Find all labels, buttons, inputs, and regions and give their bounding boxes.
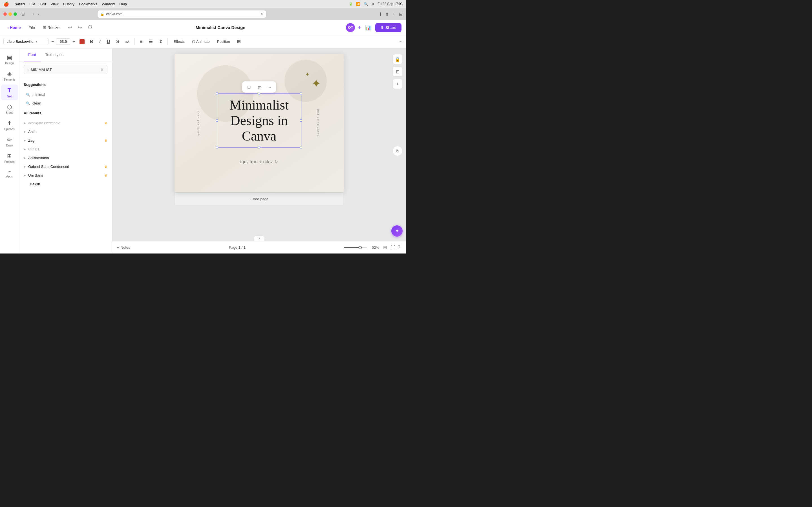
search-back-icon[interactable]: ‹ (28, 68, 29, 72)
align-left-button[interactable]: ≡ (138, 38, 145, 45)
url-text: canva.com (106, 12, 122, 16)
font-item-code[interactable]: ▶ CODE (19, 145, 112, 154)
font-item-balgin[interactable]: Balgin (19, 180, 112, 188)
search-input[interactable] (31, 68, 98, 72)
strikethrough-button[interactable]: S (114, 38, 121, 45)
handle-bottom-right[interactable] (300, 146, 302, 148)
tab-text-styles[interactable]: Text styles (41, 48, 68, 61)
share-icon[interactable]: ⬆ (385, 11, 389, 17)
font-selector[interactable]: Libre Baskerville ▼ (3, 38, 49, 45)
effects-button[interactable]: Effects (170, 38, 188, 45)
add-page-bar[interactable]: + Add page (174, 193, 344, 205)
font-size-input[interactable] (56, 38, 70, 45)
font-item-gabriel-sans[interactable]: ▶ Gabriel Sans Condensed ♛ (19, 162, 112, 171)
analytics-button[interactable]: 📊 (364, 23, 372, 32)
zoom-slider-thumb[interactable] (358, 246, 362, 249)
position-button[interactable]: Position (214, 38, 233, 45)
search-icon[interactable]: 🔍 (364, 2, 368, 6)
canvas-refresh-button[interactable]: ↻ (393, 146, 403, 156)
duplicate-canvas-button[interactable]: ⊡ (393, 66, 403, 76)
help-button[interactable]: ? (396, 243, 402, 251)
font-item-antic[interactable]: ▶ Antic (19, 127, 112, 136)
sidebar-item-text[interactable]: T Text (1, 84, 18, 100)
file-button[interactable]: File (26, 24, 38, 32)
more-options-button[interactable]: ··· (398, 39, 403, 45)
sidebar-item-projects[interactable]: ⊞ Projects (1, 151, 18, 166)
copy-style-button[interactable]: ⊡ (245, 82, 253, 92)
maximize-button[interactable] (13, 12, 17, 16)
bold-button[interactable]: B (88, 38, 96, 45)
forward-button[interactable]: › (36, 10, 40, 18)
italic-button[interactable]: I (97, 38, 103, 45)
decrease-size-button[interactable]: − (50, 38, 55, 45)
menu-help[interactable]: Help (119, 2, 127, 6)
handle-bottom-left[interactable] (216, 146, 218, 148)
collapse-handle[interactable]: ∧ (253, 235, 265, 241)
control-center-icon[interactable]: ⊕ (371, 2, 374, 6)
reload-icon[interactable]: ↻ (260, 12, 263, 16)
user-avatar[interactable]: OT (346, 23, 355, 32)
back-button[interactable]: ‹ (32, 10, 35, 18)
handle-mid-right[interactable] (300, 119, 302, 121)
notes-button[interactable]: ≡ Notes (117, 245, 130, 249)
minimize-button[interactable] (8, 12, 12, 16)
download-icon[interactable]: ⬇ (378, 11, 382, 17)
font-item-archetype[interactable]: ▶ architype tschichold ♛ (19, 119, 112, 127)
sidebar-item-elements[interactable]: ◈ Elements (1, 68, 18, 83)
font-item-zag[interactable]: ▶ Zag ♛ (19, 136, 112, 145)
share-button[interactable]: ⬆ Share (375, 23, 402, 32)
menu-bookmarks[interactable]: Bookmarks (79, 2, 97, 6)
close-button[interactable] (3, 12, 7, 16)
sidebar-toggle[interactable]: ⊟ (19, 11, 27, 17)
resize-button[interactable]: ⊞ Resize (40, 24, 62, 32)
menu-file[interactable]: File (29, 2, 35, 6)
grid-view-button[interactable]: ⊞ (382, 244, 388, 251)
fullscreen-button[interactable]: ⛶ (390, 244, 396, 251)
menu-history[interactable]: History (63, 2, 74, 6)
menu-window[interactable]: Window (102, 2, 115, 6)
animate-button[interactable]: ⬡ Animate (189, 38, 213, 45)
sidebar-item-design[interactable]: ▣ Design (1, 52, 18, 67)
add-collaborator-button[interactable]: + (358, 24, 361, 31)
suggestion-minimal[interactable]: 🔍 minimal (21, 90, 110, 99)
add-canvas-button[interactable]: + (393, 79, 403, 89)
spacing-button[interactable]: ⇕ (156, 38, 165, 45)
menu-edit[interactable]: Edit (40, 2, 46, 6)
list-button[interactable]: ☰ (146, 38, 155, 45)
font-item-uni-sans[interactable]: ▶ Uni Sans ♛ (19, 171, 112, 180)
suggestion-clean[interactable]: 🔍 clean (21, 99, 110, 108)
zoom-slider[interactable] (344, 247, 367, 248)
sidebar-item-draw[interactable]: ✏ Draw (1, 134, 18, 149)
redo-button[interactable]: ↪ (75, 23, 84, 32)
subtitle-refresh-icon[interactable]: ↻ (274, 159, 278, 164)
more-context-button[interactable]: ··· (265, 82, 274, 92)
apple-icon[interactable]: 🍎 (3, 1, 9, 7)
address-bar[interactable]: 🔒 canva.com ↻ (97, 10, 266, 18)
font-item-adbhashitha[interactable]: ▶ AdBhashitha (19, 154, 112, 162)
font-color-button[interactable] (78, 38, 86, 46)
sidebar-item-uploads[interactable]: ⬆ Uploads (1, 118, 18, 133)
handle-bottom-mid[interactable] (258, 146, 260, 148)
menu-view[interactable]: View (51, 2, 59, 6)
increase-size-button[interactable]: + (71, 38, 76, 45)
text-case-button[interactable]: aA (123, 39, 132, 45)
sidebar-item-apps[interactable]: ··· Apps (1, 167, 18, 180)
handle-top-mid[interactable] (258, 93, 260, 95)
tabs-overview-icon[interactable]: ⊞ (399, 11, 403, 17)
color-picker-button[interactable]: ⊞ (235, 38, 243, 45)
tab-font[interactable]: Font (24, 48, 41, 61)
handle-top-right[interactable] (300, 93, 302, 95)
handle-mid-left[interactable] (216, 119, 218, 121)
underline-button[interactable]: U (105, 38, 112, 45)
sidebar-item-brand[interactable]: ⬡ Brand (1, 101, 18, 117)
new-tab-icon[interactable]: ＋ (392, 11, 396, 17)
lock-canvas-button[interactable]: 🔒 (393, 54, 403, 64)
save-status-button[interactable]: ⏱ (86, 23, 95, 32)
search-clear-button[interactable]: ✕ (100, 67, 104, 72)
home-button[interactable]: ‹ Home (4, 24, 24, 32)
handle-top-left[interactable] (216, 93, 218, 95)
undo-button[interactable]: ↩ (66, 23, 74, 32)
selected-text-element[interactable]: ⊡ 🗑 ··· Minimalist Designs in Canva (217, 94, 301, 148)
delete-button[interactable]: 🗑 (255, 82, 264, 92)
ai-assistant-button[interactable]: ✦ (391, 225, 403, 237)
